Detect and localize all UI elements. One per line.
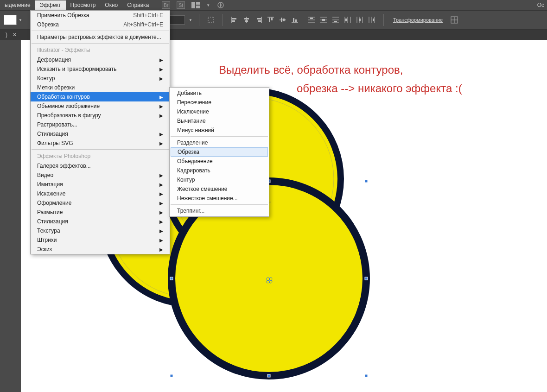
submenu-item[interactable]: Добавить (170, 89, 269, 98)
svg-rect-22 (283, 19, 285, 21)
align-top-icon[interactable] (266, 15, 276, 25)
menu-window[interactable]: Окно (100, 0, 122, 10)
dist-bottom-icon[interactable] (331, 15, 341, 25)
menu-raster-settings[interactable]: Параметры растровых эффектов в документе… (31, 32, 170, 42)
chevron-down-icon[interactable]: ▼ (19, 18, 22, 22)
sel-handle[interactable] (365, 374, 368, 377)
bridge-icon[interactable]: Br (162, 1, 170, 9)
menu-item[interactable]: Имитация▶ (31, 180, 170, 189)
menu-item[interactable]: Искажение▶ (31, 189, 170, 198)
chevron-down-icon[interactable]: ▼ (206, 3, 210, 7)
tab-chevron[interactable]: ) (3, 32, 10, 38)
sel-handle[interactable] (365, 180, 368, 183)
sel-handle[interactable] (170, 374, 173, 377)
submenu-item[interactable]: Кадрировать (170, 166, 269, 175)
menu-item[interactable]: Растрировать... (31, 120, 170, 129)
menu-item[interactable]: Оформление▶ (31, 198, 170, 208)
stock-icon[interactable]: St (177, 1, 185, 9)
sel-handle[interactable] (365, 277, 368, 280)
align-vcenter-icon[interactable] (278, 15, 288, 25)
menu-item[interactable]: Эскиз▶ (31, 245, 170, 254)
align-group (229, 15, 300, 25)
svg-rect-18 (269, 18, 270, 22)
section-illustrator: Illustrator - Эффекты (31, 45, 170, 55)
menu-item-label: Обработка контуров (37, 94, 90, 100)
menu-help[interactable]: Справка (122, 0, 153, 10)
svg-rect-12 (244, 18, 249, 19)
menu-item-shortcut: Alt+Shift+Ctrl+E (123, 21, 163, 28)
submenu-item[interactable]: Треппинг... (170, 206, 269, 215)
menu-item[interactable]: Галерея эффектов... (31, 161, 170, 171)
menu-item-label: Параметры растровых эффектов в документе… (37, 34, 161, 40)
section-photoshop: Эффекты Photoshop (31, 151, 170, 161)
menu-item[interactable]: Фильтры SVG▶ (31, 139, 170, 148)
menu-item-shortcut: Shift+Ctrl+E (133, 12, 163, 19)
menu-item[interactable]: Штрихи▶ (31, 235, 170, 245)
arrange-icon[interactable] (191, 1, 200, 9)
menu-item[interactable]: Стилизация▶ (31, 129, 170, 139)
dist-vcenter-icon[interactable] (318, 15, 329, 25)
annotation-line2: обрезка --> никакого эффекта :( (297, 80, 462, 97)
menu-item[interactable]: Обработка контуров▶ (31, 92, 170, 101)
submenu-item[interactable]: Нежесткое смешение... (170, 194, 269, 203)
submenu-item[interactable]: Обрезка (171, 147, 268, 157)
dist-hcenter-icon[interactable] (355, 15, 365, 25)
menu-item[interactable]: Деформация▶ (31, 55, 170, 64)
menu-item[interactable]: Исказить и трансформировать▶ (31, 64, 170, 74)
submenu-item[interactable]: Контур (170, 175, 269, 184)
submenu-arrow-icon: ▶ (159, 132, 163, 137)
submenu-item[interactable]: Объединение (170, 157, 269, 166)
align-bottom-icon[interactable] (290, 15, 300, 25)
menubar-app-icons: Br St ▼ (162, 1, 225, 9)
menu-item[interactable]: Размытие▶ (31, 208, 170, 217)
fill-swatch-group[interactable]: ▼ (4, 15, 22, 25)
align-hcenter-icon[interactable] (242, 15, 252, 25)
sel-handle[interactable] (267, 374, 270, 377)
menu-item-label: Размытие (37, 209, 63, 215)
dist-left-icon[interactable] (343, 15, 353, 25)
effect-menu: Применить Обрезка Shift+Ctrl+E Обрезка A… (30, 10, 170, 254)
menu-item-label: Штрихи (37, 237, 57, 243)
submenu-item[interactable]: Минус нижний (170, 126, 269, 135)
submenu-arrow-icon: ▶ (159, 210, 163, 215)
sel-handle[interactable] (170, 277, 173, 280)
svg-rect-9 (232, 18, 236, 19)
menu-separator (32, 149, 169, 150)
submenu-item[interactable]: Исключение (170, 107, 269, 116)
isolate-icon[interactable] (206, 15, 216, 25)
dist-right-icon[interactable] (367, 15, 377, 25)
align-left-icon[interactable] (229, 15, 240, 25)
align-right-icon[interactable] (254, 15, 264, 25)
menu-item[interactable]: Метки обрезки (31, 83, 170, 92)
fill-swatch[interactable] (4, 15, 17, 25)
svg-rect-29 (310, 18, 313, 19)
menu-effect[interactable]: Эффект (35, 0, 66, 10)
chevron-down-icon[interactable]: ▼ (189, 18, 192, 22)
menu-view[interactable]: Просмотр (66, 0, 101, 10)
menu-last-effect[interactable]: Обрезка Alt+Shift+Ctrl+E (31, 20, 170, 29)
submenu-item[interactable]: Разделение (170, 138, 269, 147)
menu-item[interactable]: Стилизация▶ (31, 217, 170, 226)
menu-item[interactable]: Объемное изображение▶ (31, 101, 170, 111)
menu-item-label: Эскиз (37, 246, 52, 253)
tab-close-icon[interactable]: × (10, 32, 19, 38)
gpu-icon[interactable] (216, 1, 225, 9)
submenu-arrow-icon: ▶ (159, 141, 163, 146)
menu-item-label: Растрировать... (37, 121, 77, 128)
menu-item[interactable]: Текстура▶ (31, 226, 170, 235)
submenu-item[interactable]: Жесткое смешение (170, 184, 269, 194)
menu-item-label: Оформление (37, 200, 71, 206)
separator (383, 14, 384, 26)
menu-selection[interactable]: ыделение (0, 0, 35, 10)
transform-grid-icon[interactable] (449, 15, 459, 25)
submenu-item[interactable]: Вычитание (170, 116, 269, 126)
dist-top-icon[interactable] (306, 15, 317, 25)
menu-item[interactable]: Контур▶ (31, 74, 170, 83)
submenu-item[interactable]: Пересечение (170, 98, 269, 107)
menu-item[interactable]: Видео▶ (31, 171, 170, 180)
menu-apply-last[interactable]: Применить Обрезка Shift+Ctrl+E (31, 11, 170, 20)
menubar-right-text: Ос (537, 2, 544, 8)
submenu-arrow-icon: ▶ (159, 104, 163, 109)
menu-item[interactable]: Преобразовать в фигуру▶ (31, 111, 170, 120)
transform-panel-link[interactable]: Трансформирование (393, 17, 443, 23)
